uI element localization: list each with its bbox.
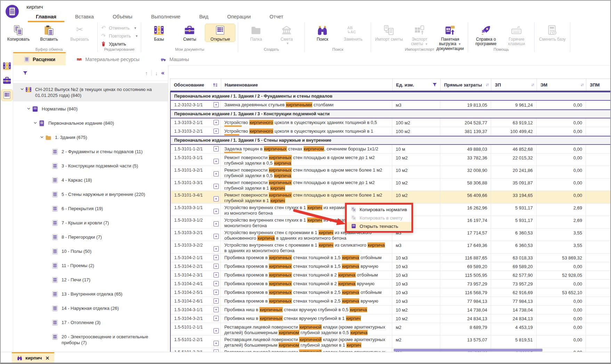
rail-open-docs[interactable] — [1, 90, 13, 101]
tree-item[interactable]: 2 - Фундаменты и стены подвалов (11) — [13, 145, 168, 158]
tree-item[interactable]: 3 - Конструкции подземной части (5) — [13, 159, 168, 173]
tree-item[interactable]: 13 - Внутренняя отделка (65) — [13, 288, 168, 301]
expand-button[interactable]: + — [214, 307, 219, 312]
rail-bases[interactable] — [1, 60, 13, 72]
menu-item-Открыть техчасть[interactable]: Открыть техчасть — [347, 222, 411, 230]
column-header-ЭМ[interactable]: ЭМ↓↑ — [537, 79, 586, 91]
move-down-icon[interactable]: ↓ — [155, 70, 158, 76]
expand-button[interactable]: + — [214, 171, 219, 176]
Сметы-button[interactable]: Сметы — [175, 24, 204, 42]
table-row[interactable]: 1.5-3101-3-4/1+Ремонт поверхности кирпич… — [171, 191, 611, 204]
tree-item[interactable]: 1. Здания (675) — [13, 131, 168, 144]
Справка о программе-button[interactable]: Справка о программе — [471, 24, 501, 46]
tree-item[interactable]: 6 - Перекрытия (19) — [13, 202, 168, 215]
ribbon-tab-Главная[interactable]: Главная — [26, 14, 66, 22]
collapse-panel-icon[interactable]: « — [161, 69, 164, 76]
sort-icon[interactable]: ↓↑ — [531, 82, 534, 87]
expand-button[interactable]: + — [214, 234, 219, 239]
expand-button[interactable]: + — [214, 341, 219, 346]
table-row[interactable]: 1.5-3104-2-3/1+Пробивка проемов в кирпич… — [171, 271, 611, 280]
tab-Машины[interactable]: Машины — [150, 52, 199, 65]
tree-item[interactable]: Первоначальное издание (840) — [13, 117, 168, 130]
tree-item[interactable]: 11 - Проемы (2) — [13, 259, 168, 272]
expand-button[interactable]: + — [214, 281, 219, 286]
tree-item[interactable]: 14 - Наружная отделка (26) — [13, 302, 168, 315]
tree-item[interactable]: Нормативы (840) — [13, 102, 168, 116]
Вырезать-button[interactable]: ✂Вырезать — [65, 24, 95, 42]
chevron-down-icon[interactable]: ▼ — [286, 42, 289, 45]
ribbon-tab-Вставка[interactable]: Вставка — [66, 14, 103, 22]
tree-item[interactable]: 5 - Стены наружные и внутренние (220) — [13, 188, 168, 201]
column-header-ЗПМ[interactable]: ЗПМ — [586, 79, 611, 91]
horizontal-scrollbar[interactable] — [394, 349, 542, 351]
chevron-down-icon[interactable] — [32, 120, 38, 125]
expand-button[interactable]: + — [214, 146, 219, 151]
group-header-row[interactable]: Первоначальное издание / 1. Здания / 3 -… — [171, 109, 611, 118]
tree-item[interactable]: 8 - Перегородки (7) — [13, 231, 168, 244]
filter-icon[interactable] — [22, 70, 28, 76]
Смета-button[interactable]: Смета▼ — [272, 24, 302, 45]
table-row[interactable]: 1.5-5101-2-1/1+Реставрация лицевой повер… — [171, 323, 611, 336]
expand-button[interactable]: + — [214, 221, 219, 226]
group-header-row[interactable]: Первоначальное издание / 1. Здания / 2 -… — [171, 92, 611, 101]
Заменить-button[interactable]: AB↳ACЗаменить — [338, 24, 368, 42]
chevron-down-icon[interactable] — [39, 134, 45, 139]
chevron-down-icon[interactable]: ▼ — [134, 26, 137, 30]
rail-estimates[interactable] — [1, 75, 13, 86]
Поиск-button[interactable]: Поиск — [307, 24, 337, 42]
chevron-down-icon[interactable] — [25, 106, 32, 111]
table-row[interactable]: 1.3-3103-2-2/1+Устройство кирпичного цок… — [171, 127, 611, 136]
Базы-button[interactable]: Базы — [144, 24, 174, 42]
chevron-down-icon[interactable]: ▼ — [135, 34, 138, 38]
table-row[interactable]: 1.5-3101-3-3/1+Ремонт поверхности кирпич… — [171, 179, 611, 191]
column-header-Прямые затраты[interactable]: Прямые затраты↓↑ — [441, 79, 491, 91]
sort-icon[interactable]: ↓↑ — [485, 82, 488, 87]
table-row[interactable]: 1.5-3104-2-2/1+Пробивка проемов в кирпич… — [171, 262, 611, 271]
expand-button[interactable]: + — [214, 102, 219, 107]
column-header-Наименование[interactable]: Наименование — [221, 79, 393, 91]
group-header-row[interactable]: Первоначальное издание / 1. Здания / 5 -… — [171, 136, 611, 145]
Вставить-button[interactable]: Вставить — [34, 24, 64, 42]
expand-button[interactable]: + — [214, 196, 219, 201]
search-result-tab[interactable]: кирпич ✕ — [12, 352, 54, 363]
Открытые-button[interactable]: Открытые — [205, 24, 235, 42]
Сменить базу-button[interactable]: Сменить базу — [537, 24, 567, 42]
move-up-icon[interactable]: ↑ — [145, 70, 148, 76]
table-row[interactable]: 1.5-3101-1-2/1+Заделка трещин в кирпичны… — [171, 145, 611, 154]
tree-item[interactable]: 7 - Крыши и кровли (7) — [13, 216, 168, 230]
Повторить-button[interactable]: ↷Повторить▼ — [101, 33, 138, 39]
expand-button[interactable]: + — [214, 184, 219, 189]
table-row[interactable]: 1.5-3101-3-1/1+Ремонт поверхности кирпич… — [171, 154, 611, 166]
chevron-down-icon[interactable]: ▼ — [458, 42, 461, 46]
table-row[interactable]: 1.5-3103-3-2/2+Устройство внутренних сте… — [171, 241, 611, 254]
menu-item-Копировать норматив[interactable]: Копировать норматив — [347, 205, 411, 214]
table-row[interactable]: 1.5-3104-3-2/1+Пробивка ниш в кирпичных … — [171, 314, 611, 323]
table-row[interactable]: 1.5-3104-2-1/1+Пробивка проемов в кирпич… — [171, 254, 611, 262]
table-row[interactable]: 1.5-5101-2-2/1+Реставрация лицевой повер… — [171, 336, 611, 348]
expand-button[interactable]: + — [214, 129, 219, 134]
ribbon-tab-Операции[interactable]: Операции — [218, 14, 260, 22]
Импорт сметы-button[interactable]: Импорт сметы — [374, 24, 404, 42]
table-row[interactable]: 1.5-3104-3-1/1+Пробивка ниш в кирпичных … — [171, 306, 611, 314]
expand-button[interactable]: + — [214, 209, 219, 214]
Папка-button[interactable]: Папка — [241, 24, 271, 42]
column-header-ЗП[interactable]: ЗП↓↑ — [491, 79, 537, 91]
expand-button[interactable]: + — [214, 159, 219, 164]
table-row[interactable]: 1.5-3104-2-4/1+Пробивка проемов в кирпич… — [171, 280, 611, 288]
tree-item[interactable]: 4 - Каркас (18) — [13, 174, 168, 187]
expand-button[interactable]: + — [214, 264, 219, 269]
tree-item[interactable]: 17 - Отопление (3) — [13, 316, 168, 329]
tree-item[interactable]: 12 - Печи (17) — [13, 273, 168, 287]
Удалить-button[interactable]: Удалить — [101, 41, 138, 47]
Копировать-button[interactable]: Копировать — [3, 24, 33, 42]
Горячие клавиши-button[interactable]: Горячие клавиши — [501, 24, 531, 46]
expand-button[interactable]: + — [214, 290, 219, 295]
ribbon-tab-Выполнение[interactable]: Выполнение — [142, 14, 190, 22]
expand-button[interactable]: + — [214, 272, 219, 278]
expand-button[interactable]: + — [214, 246, 219, 251]
tab-Материальные ресурсы[interactable]: Материальные ресурсы — [66, 52, 150, 65]
Экспорт сметы-button[interactable]: Экспорт сметы▼ — [404, 24, 434, 47]
expand-button[interactable]: + — [214, 298, 219, 304]
Отменить-button[interactable]: ↶Отменить▼ — [101, 25, 138, 31]
table-row[interactable]: 1.5-3101-3-2/1+Ремонт поверхности кирпич… — [171, 166, 611, 179]
